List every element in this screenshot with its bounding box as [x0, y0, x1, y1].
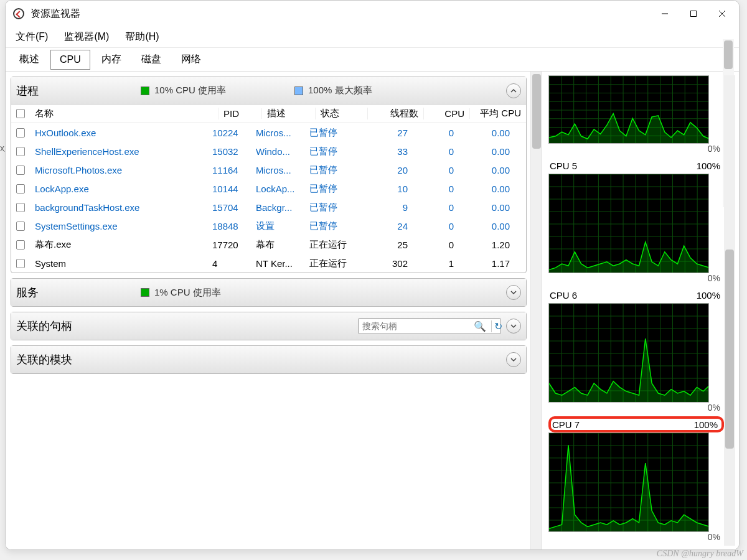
menu-file[interactable]: 文件(F) — [12, 28, 52, 46]
tab-memory[interactable]: 内存 — [93, 49, 130, 70]
cell-pid: 10144 — [207, 184, 251, 194]
svg-rect-1 — [691, 11, 697, 17]
cpu-chart — [548, 174, 709, 273]
row-checkbox[interactable] — [16, 128, 25, 138]
cell-pid: 10224 — [207, 128, 251, 138]
menu-monitor[interactable]: 监视器(M) — [60, 28, 113, 46]
handles-search[interactable]: 🔍 ↻ — [358, 318, 501, 334]
col-status[interactable]: 状态 — [316, 108, 368, 119]
chart-foot: 0% — [548, 273, 724, 286]
chart-title: CPU 6 — [550, 290, 577, 301]
cell-status: 已暂停 — [304, 164, 357, 176]
chart-cpu-partial: 0% — [548, 75, 724, 156]
table-row[interactable]: LockApp.exe10144LockAp...已暂停1000.00 — [11, 179, 526, 198]
cell-desc: 设置 — [251, 220, 304, 232]
search-input[interactable] — [362, 321, 471, 331]
left-pane: 进程 10% CPU 使用率 100% 最大频率 名称 PID 描述 状态 线程… — [6, 72, 531, 549]
cell-threads: 33 — [357, 146, 413, 157]
cell-pid: 11164 — [207, 165, 251, 175]
refresh-icon[interactable]: ↻ — [491, 320, 505, 332]
col-avg[interactable]: 平均 CPU — [470, 108, 526, 119]
expand-button[interactable] — [506, 352, 521, 367]
row-checkbox[interactable] — [16, 147, 25, 156]
modules-header[interactable]: 关联的模块 — [11, 346, 526, 373]
table-row[interactable]: 幕布.exe17720幕布正在运行2501.20 — [11, 235, 526, 254]
collapse-button[interactable] — [506, 83, 521, 98]
minimize-button[interactable] — [651, 4, 679, 24]
maximize-button[interactable] — [679, 4, 708, 24]
col-threads[interactable]: 线程数 — [368, 108, 424, 119]
max-freq-stat: 100% 最大频率 — [294, 85, 372, 96]
tab-cpu[interactable]: CPU — [50, 50, 90, 70]
handles-title: 关联的句柄 — [16, 319, 72, 334]
cell-pid: 17720 — [207, 240, 251, 250]
select-all-checkbox[interactable] — [16, 109, 25, 118]
table-row[interactable]: backgroundTaskHost.exe15704Backgr...已暂停9… — [11, 198, 526, 217]
left-scrollbar[interactable] — [531, 72, 542, 549]
row-checkbox[interactable] — [16, 184, 25, 194]
chart-max: 100% — [697, 161, 720, 171]
row-checkbox[interactable] — [16, 240, 25, 250]
cell-avg: 0.00 — [459, 128, 515, 138]
cpu-chart — [548, 432, 709, 532]
chart-cpu7-header-highlight: CPU 7100% — [548, 416, 724, 432]
processes-table: 名称 PID 描述 状态 线程数 CPU 平均 CPU HxOutlook.ex… — [11, 105, 526, 273]
menu-help[interactable]: 帮助(H) — [121, 28, 162, 46]
chart-max: 100% — [697, 290, 720, 301]
cell-threads: 27 — [357, 128, 413, 138]
resource-monitor-window: 资源监视器 文件(F) 监视器(M) 帮助(H) 概述 CPU 内存 磁盘 网络… — [5, 0, 740, 550]
services-panel: 服务 1% CPU 使用率 — [11, 278, 527, 307]
cell-avg: 0.00 — [459, 202, 515, 213]
cell-avg: 0.00 — [459, 146, 515, 157]
cell-pid: 15032 — [207, 146, 251, 157]
blue-swatch-icon — [294, 86, 303, 95]
cell-pid: 15704 — [207, 202, 251, 213]
handles-header[interactable]: 关联的句柄 🔍 ↻ — [11, 312, 526, 340]
tab-overview[interactable]: 概述 — [11, 49, 48, 70]
cell-name: 幕布.exe — [30, 239, 207, 251]
titlebar[interactable]: 资源监视器 — [6, 1, 739, 27]
cell-avg: 0.00 — [459, 165, 515, 175]
cell-cpu: 0 — [413, 202, 459, 213]
col-name[interactable]: 名称 — [30, 108, 218, 119]
cell-status: 正在运行 — [304, 239, 357, 251]
search-icon[interactable]: 🔍 — [471, 320, 489, 332]
cell-cpu: 0 — [413, 184, 459, 194]
right-scrollbar[interactable] — [724, 75, 735, 546]
expand-button[interactable] — [506, 319, 521, 334]
close-button[interactable] — [708, 4, 736, 24]
col-cpu[interactable]: CPU — [424, 108, 470, 119]
tab-disk[interactable]: 磁盘 — [133, 49, 170, 70]
cell-name: backgroundTaskHost.exe — [30, 202, 207, 213]
cell-status: 正在运行 — [304, 258, 357, 269]
row-checkbox[interactable] — [16, 166, 25, 175]
table-row[interactable]: ShellExperienceHost.exe15032Windo...已暂停3… — [11, 142, 526, 161]
processes-body: HxOutlook.exe10224Micros...已暂停2700.00She… — [11, 123, 526, 273]
processes-header[interactable]: 进程 10% CPU 使用率 100% 最大频率 — [11, 77, 526, 105]
table-row[interactable]: Microsoft.Photos.exe11164Micros...已暂停200… — [11, 161, 526, 179]
col-desc[interactable]: 描述 — [262, 108, 316, 119]
cell-name: Microsoft.Photos.exe — [30, 165, 207, 175]
col-pid[interactable]: PID — [218, 108, 262, 119]
chart-foot: 0% — [548, 532, 724, 544]
cell-status: 已暂停 — [304, 146, 357, 157]
chart-cpu5: CPU 5100% 0% — [548, 157, 724, 286]
services-header[interactable]: 服务 1% CPU 使用率 — [11, 279, 526, 306]
table-row[interactable]: HxOutlook.exe10224Micros...已暂停2700.00 — [11, 123, 526, 142]
chart-foot: 0% — [548, 403, 724, 415]
row-checkbox[interactable] — [16, 203, 25, 212]
window-title: 资源监视器 — [31, 7, 80, 21]
row-checkbox[interactable] — [16, 222, 25, 231]
right-pane: 0% CPU 5100% 0% CPU 6100% 0% CPU 7100% 0… — [542, 72, 739, 549]
green-swatch-icon — [141, 86, 149, 95]
menubar: 文件(F) 监视器(M) 帮助(H) — [6, 27, 739, 48]
cell-desc: Backgr... — [251, 202, 304, 213]
table-row[interactable]: SystemSettings.exe18848设置已暂停2400.00 — [11, 217, 526, 235]
tab-network[interactable]: 网络 — [172, 49, 210, 70]
cell-cpu: 0 — [413, 128, 459, 138]
row-checkbox[interactable] — [16, 259, 25, 268]
modules-panel: 关联的模块 — [11, 345, 527, 374]
expand-button[interactable] — [506, 285, 521, 300]
cell-cpu: 0 — [413, 221, 459, 231]
table-row[interactable]: System4NT Ker...正在运行30211.17 — [11, 254, 526, 273]
